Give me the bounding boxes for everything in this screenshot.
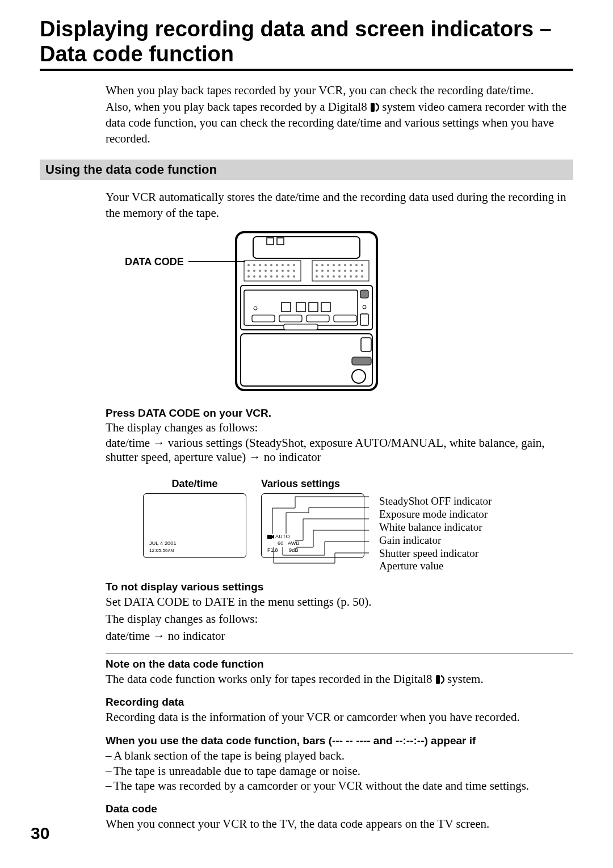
svg-point-18 xyxy=(259,270,261,272)
svg-point-45 xyxy=(327,270,329,272)
ind-shutter: Shutter speed indicator xyxy=(379,547,492,560)
svg-rect-68 xyxy=(296,303,305,312)
data-code-label: DATA CODE xyxy=(125,256,184,268)
arrow-icon: → xyxy=(249,450,261,463)
svg-point-29 xyxy=(270,275,272,278)
svg-rect-65 xyxy=(360,314,368,325)
svg-point-20 xyxy=(270,270,272,272)
intro-p2a: Also, when you play back tapes recorded … xyxy=(106,100,370,114)
b2-text: The tape is unreadable due to tape damag… xyxy=(114,764,360,779)
sub1-head: To not display various settings xyxy=(106,581,573,593)
sub2-head: Note on the data code function xyxy=(106,658,573,670)
digital8-icon xyxy=(435,674,444,685)
svg-point-22 xyxy=(282,270,284,272)
svg-point-19 xyxy=(264,270,267,272)
vs-awb: AWB xyxy=(288,540,300,546)
svg-point-49 xyxy=(350,270,352,272)
vcr-illustration xyxy=(233,229,380,393)
svg-point-11 xyxy=(270,264,272,266)
svg-point-17 xyxy=(253,270,255,272)
svg-point-9 xyxy=(259,264,261,266)
sub1-p3b: no indicator xyxy=(165,629,225,643)
svg-point-26 xyxy=(253,275,255,278)
svg-rect-74 xyxy=(334,315,356,322)
instr-head: Press DATA CODE on your VCR. xyxy=(106,407,573,420)
page-title: Displaying recording data and screen ind… xyxy=(40,17,573,66)
intro-block: When you play back tapes recorded by you… xyxy=(106,82,573,146)
svg-point-59 xyxy=(355,275,358,278)
svg-point-43 xyxy=(316,270,318,272)
svg-point-33 xyxy=(293,275,295,278)
svg-point-27 xyxy=(259,275,261,278)
svg-rect-3 xyxy=(267,238,274,245)
svg-rect-4 xyxy=(277,238,284,245)
svg-point-37 xyxy=(333,264,335,266)
svg-point-56 xyxy=(338,275,341,278)
instr-2c: no indicator xyxy=(261,450,321,464)
svg-point-55 xyxy=(333,275,335,278)
datacode-section: Data code When you connect your VCR to t… xyxy=(106,803,573,832)
instruction-block: Press DATA CODE on your VCR. The display… xyxy=(106,407,573,464)
svg-point-21 xyxy=(276,270,278,272)
vs-60: 60 xyxy=(278,540,283,546)
svg-point-52 xyxy=(316,275,318,278)
sub1-p3: date/time → no indicator xyxy=(106,628,573,644)
svg-point-36 xyxy=(327,264,329,266)
vs-9db: 9dB xyxy=(289,547,299,553)
svg-rect-63 xyxy=(360,290,368,298)
svg-rect-77 xyxy=(361,338,371,351)
svg-point-42 xyxy=(361,264,363,266)
camera-icon xyxy=(267,534,274,539)
instr-line2: date/time → various settings (SteadyShot… xyxy=(106,436,573,464)
svg-point-31 xyxy=(282,275,284,278)
ind-exposure: Exposure mode indicator xyxy=(379,508,492,521)
ind-steadyshot: SteadyShot OFF indicator xyxy=(379,495,492,508)
svg-point-13 xyxy=(282,264,284,266)
svg-rect-80 xyxy=(267,535,272,539)
svg-point-12 xyxy=(276,264,278,266)
svg-point-57 xyxy=(344,275,346,278)
svg-point-79 xyxy=(352,370,366,383)
data-code-leader xyxy=(188,261,245,262)
bullet-1: –A blank section of the tape is being pl… xyxy=(106,748,573,764)
svg-rect-72 xyxy=(279,315,302,322)
sub5-p1: When you connect your VCR to the TV, the… xyxy=(106,816,573,832)
recdata-section: Recording data Recording data is the inf… xyxy=(106,696,573,725)
sub2-p1b: system. xyxy=(447,672,484,686)
vs-auto: AUTO xyxy=(275,534,290,539)
svg-point-35 xyxy=(321,264,324,266)
sub3-head: Recording data xyxy=(106,696,573,708)
svg-rect-73 xyxy=(306,315,329,322)
sub5-head: Data code xyxy=(106,803,573,815)
instr-line1: The display changes as follows: xyxy=(106,421,573,435)
bars-section: When you use the data code function, bar… xyxy=(106,735,573,794)
svg-point-38 xyxy=(338,264,341,266)
bullet-3: –The tape was recorded by a camcorder or… xyxy=(106,778,573,794)
svg-point-48 xyxy=(344,270,346,272)
sub3-p1: Recording data is the information of you… xyxy=(106,710,573,725)
section-rule xyxy=(106,653,573,653)
dt-time: 12:05:56AM xyxy=(149,548,174,553)
instr-2b: various settings (SteadyShot, exposure A… xyxy=(106,436,545,464)
device-figure: DATA CODE xyxy=(40,229,573,393)
arrow-icon: → xyxy=(153,629,165,642)
b3-text: The tape was recorded by a camcorder or … xyxy=(114,778,529,794)
svg-point-16 xyxy=(247,270,250,272)
svg-point-8 xyxy=(253,264,255,266)
svg-point-58 xyxy=(350,275,352,278)
svg-point-44 xyxy=(321,270,324,272)
svg-point-46 xyxy=(333,270,335,272)
svg-point-41 xyxy=(355,264,358,266)
datetime-screen: Date/time JUL 4 2001 12:05:56AM xyxy=(143,478,246,558)
b1-text: A blank section of the tape is being pla… xyxy=(114,748,345,764)
arrow-icon: → xyxy=(153,436,165,449)
svg-point-40 xyxy=(350,264,352,266)
various-box: AUTO 60 AWB F1.8 9dB xyxy=(261,493,364,558)
svg-point-34 xyxy=(316,264,318,266)
indicator-labels: SteadyShot OFF indicator Exposure mode i… xyxy=(379,495,492,573)
instr-2a: date/time xyxy=(106,436,153,450)
svg-point-23 xyxy=(287,270,289,272)
sub1-p2: The display changes as follows: xyxy=(106,611,573,627)
title-rule xyxy=(40,69,573,71)
svg-rect-70 xyxy=(321,303,330,312)
